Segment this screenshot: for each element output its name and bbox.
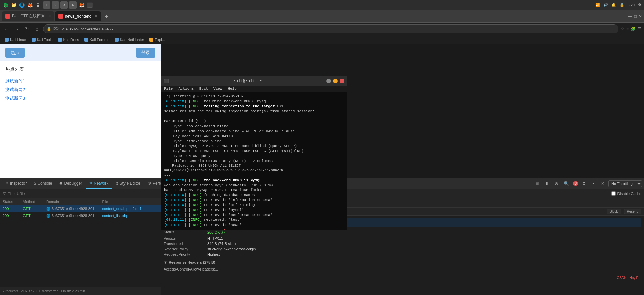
reading-mode[interactable]: ≡ — [626, 27, 629, 31]
terminal-menu-file[interactable]: File — [164, 87, 173, 91]
terminal-r5: [08:18:11] [INFO] retrieved: 'test' — [164, 217, 344, 223]
devtools-close[interactable]: ✕ — [599, 180, 606, 187]
csdn-link[interactable]: CSDN - Hoy.R... — [617, 276, 641, 280]
tab-style-editor[interactable]: {} Style Editor — [112, 178, 144, 189]
firefox-icon[interactable]: 🦊 — [27, 2, 33, 8]
home-button[interactable]: ⌂ — [33, 25, 41, 33]
bookmark-kali-forums[interactable]: Kali Forums — [82, 37, 111, 42]
terminal-type-time: Type: time-based blind — [164, 139, 344, 144]
news-link-2[interactable]: 测试新闻2 — [5, 87, 155, 93]
block-button[interactable]: Block — [607, 209, 621, 214]
bookmark-kali-linux[interactable]: Kali Linux — [3, 37, 28, 42]
terminal-menu-actions[interactable]: Actions — [178, 87, 194, 91]
news-link-1[interactable]: 测试新闻1 — [5, 78, 155, 84]
tab-favicon-1 — [5, 14, 10, 19]
bookmark-kali-tools[interactable]: Kali Tools — [30, 37, 55, 42]
csdn-link-area: CSDN - Hoy.R... — [164, 275, 641, 280]
new-tab-button[interactable]: + — [102, 12, 111, 21]
tab-close-2[interactable]: ✕ — [95, 14, 98, 18]
terminal-r4: [08:18:11] [INFO] retrieved: 'performanc… — [164, 213, 344, 218]
tab-debugger[interactable]: ⬣ Debugger — [56, 178, 85, 189]
address-icon2: ⌦ — [53, 27, 59, 31]
terminal-tech: web application technology: OpenResty, P… — [164, 183, 344, 188]
files-icon[interactable]: 📁 — [11, 2, 17, 8]
terminal-menu-help[interactable]: Help — [228, 87, 236, 91]
network-footer: 2 requests 216 B / 766 B transferred Fin… — [0, 287, 161, 295]
window-minimize[interactable]: — — [628, 14, 632, 19]
bookmark-kali-nethunter[interactable]: Kali NetHunter — [113, 37, 146, 42]
terminal-line-2: [08:18:10] [INFO] testing connection to … — [164, 104, 344, 109]
notify-icon: 🔔 — [611, 3, 616, 7]
devtools-trash[interactable]: 🗑 — [534, 180, 541, 187]
throttle-dropdown[interactable]: No Throttling : Slow 3G Fast 3G — [608, 180, 642, 187]
terminal-close[interactable] — [340, 79, 344, 83]
webpage-header: 热点 登录 — [0, 44, 161, 61]
terminal-menu-view[interactable]: View — [213, 87, 222, 91]
devtools-search[interactable]: 🔍 — [562, 180, 571, 187]
workspace-1[interactable]: 1 — [43, 1, 50, 9]
devtools-filter[interactable]: ⊘ — [553, 180, 560, 187]
devtools-settings[interactable]: ⚙ — [580, 180, 588, 187]
hotspot-button[interactable]: 热点 — [5, 48, 25, 58]
tab-inspector[interactable]: ⚙ Inspector — [2, 178, 30, 189]
tab-buuctf[interactable]: BUUCTF在线评测 ✕ — [2, 11, 54, 21]
tab-close-1[interactable]: ✕ — [48, 14, 51, 18]
domain-icon-2: 🌐 — [46, 214, 50, 218]
row2-status: 200 — [3, 214, 23, 218]
workspace-4[interactable]: 4 — [69, 1, 77, 9]
back-button[interactable]: ← — [3, 25, 11, 33]
disable-cache-checkbox[interactable] — [611, 191, 616, 196]
window-close[interactable]: ✕ — [639, 14, 642, 19]
tab-news[interactable]: news_frontend ✕ — [55, 11, 101, 21]
tab-network[interactable]: ⇅ Network — [86, 178, 112, 189]
bookmark-expl[interactable]: Expl... — [147, 37, 167, 42]
terminal-icon3[interactable]: ⬛ — [87, 2, 93, 8]
menu-dots[interactable]: ☰ — [638, 27, 641, 31]
workspace-3[interactable]: 3 — [60, 1, 68, 9]
row2-file[interactable]: content_list.php — [102, 214, 158, 218]
reload-button[interactable]: ↻ — [23, 25, 31, 33]
access-control-name: Access-Control-Allow-Headers: — [164, 267, 215, 271]
bookmark-kali-docs[interactable]: Kali Docs — [56, 37, 81, 42]
login-button[interactable]: 登录 — [136, 48, 155, 58]
extensions[interactable]: 🧩 — [631, 27, 636, 31]
window-maximize[interactable]: □ — [634, 14, 637, 19]
bm-icon-3 — [58, 38, 62, 42]
terminal-fetch: [08:18:10] [INFO] fetching database name… — [164, 193, 344, 198]
workspace-2[interactable]: 2 — [52, 1, 59, 9]
disable-cache-label[interactable]: Disable Cache — [611, 191, 641, 196]
window-controls: — □ ✕ — [628, 14, 642, 19]
browser-main: 热点 登录 热点列表 测试新闻1 测试新闻2 测试新闻3 ⬛ kali@kali… — [0, 44, 644, 295]
firefox-icon2[interactable]: 🦊 — [79, 2, 85, 8]
terminal-restore[interactable] — [333, 79, 338, 83]
row1-file[interactable]: content_detail.php?id=1 — [102, 207, 158, 211]
settings-icon[interactable]: ⚙ — [638, 3, 641, 7]
section-title: 热点列表 — [5, 66, 155, 72]
dragon-icon[interactable]: 🐉 — [3, 2, 9, 8]
address-bar[interactable]: 🔒 ⌦ 6e37351e-9bee-4928-8018-466 — [43, 24, 618, 33]
terminal-r3: [08:18:11] [INFO] retrieved: 'mysql' — [164, 208, 344, 213]
bm-label-2: Kali Tools — [37, 38, 53, 42]
news-link-3[interactable]: 测试新闻3 — [5, 95, 155, 101]
devtools-network-list: ▽ Status Method Domain File 200 GET 🌐 — [0, 189, 161, 295]
devtools-pause[interactable]: ⏸ — [543, 180, 551, 187]
terminal-controls — [326, 79, 344, 83]
terminal-minimize[interactable] — [326, 79, 331, 83]
devtools-more[interactable]: ⋯ — [590, 180, 597, 187]
network-row-2[interactable]: 200 GET 🌐 6e37351e-9bee-4928-801... cont… — [0, 212, 161, 219]
tab-console[interactable]: ≥ Console — [31, 178, 55, 189]
terminal-icon2[interactable]: 🖥 — [35, 2, 41, 8]
bm-label-6: Expl... — [155, 38, 165, 42]
url-filter-input[interactable] — [8, 192, 158, 196]
resend-button[interactable]: Resend — [624, 209, 641, 214]
tab-label-2: news_frontend — [65, 14, 92, 19]
network-row-1[interactable]: 200 GET 🌐 6e37351e-9bee-4928-801... cont… — [0, 205, 161, 212]
response-headers-title[interactable]: ▼ Response Headers (275 B) — [164, 260, 641, 264]
bookmark-star[interactable]: ☆ — [621, 27, 624, 31]
col-domain: Domain — [46, 200, 102, 204]
web-icon[interactable]: 🌐 — [19, 2, 25, 8]
terminal-line-3: sqlmap resumed the following injection p… — [164, 109, 344, 114]
terminal-menu-edit[interactable]: Edit — [199, 87, 208, 91]
terminal-icon-left: ⬛ — [164, 79, 169, 84]
forward-button[interactable]: → — [13, 25, 21, 33]
